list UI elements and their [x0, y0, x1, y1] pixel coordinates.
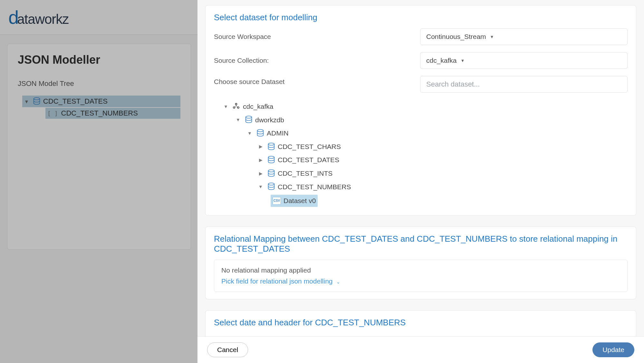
- source-workspace-row: Source Workspace Continuous_Stream ▼: [214, 28, 628, 45]
- modal-footer: Cancel Update: [197, 336, 644, 363]
- tree-db[interactable]: ▼ dworkzdb: [214, 113, 628, 127]
- svg-point-1: [235, 103, 237, 105]
- tree-table[interactable]: ▶ CDC_TEST_CHARS: [214, 140, 628, 154]
- select-dataset-card: Select dataset for modelling Source Work…: [205, 5, 636, 216]
- svg-point-8: [268, 170, 274, 172]
- database-icon: [267, 182, 276, 191]
- database-icon: [267, 155, 276, 164]
- tree-table[interactable]: ▶ CDC_TEST_DATES: [214, 153, 628, 167]
- cluster-icon: [232, 102, 240, 111]
- chevron-down-icon[interactable]: ▼: [258, 183, 264, 190]
- date-header-title: Select date and header for CDC_TEST_NUMB…: [214, 318, 628, 328]
- csv-icon: CSV: [273, 197, 281, 205]
- tree-dataset-leaf[interactable]: CSV Dataset v0: [214, 193, 628, 208]
- date-header-card: Select date and header for CDC_TEST_NUMB…: [205, 310, 636, 336]
- tree-table[interactable]: ▶ CDC_TEST_INTS: [214, 167, 628, 180]
- tree-schema-label: ADMIN: [267, 128, 289, 139]
- chevron-down-icon[interactable]: ▼: [223, 103, 229, 110]
- tree-root[interactable]: ▼ cdc_kafka: [214, 100, 628, 113]
- database-icon: [256, 129, 265, 138]
- svg-point-6: [268, 143, 274, 145]
- source-collection-row: Source Collection: cdc_kafka ▼: [214, 52, 628, 69]
- update-button[interactable]: Update: [592, 342, 634, 357]
- source-dataset-label: Choose source Dataset: [214, 76, 420, 86]
- chevron-right-icon[interactable]: ▶: [258, 170, 264, 177]
- source-workspace-label: Source Workspace: [214, 33, 420, 41]
- source-dataset-row: Choose source Dataset: [214, 76, 628, 93]
- dataset-tree: ▼ cdc_kafka ▼ dworkzdb ▼ ADMIN ▶: [214, 100, 628, 208]
- tree-dataset-label: Dataset v0: [284, 195, 316, 206]
- chevron-down-icon[interactable]: ▼: [247, 130, 253, 137]
- chevron-right-icon[interactable]: ▶: [258, 143, 264, 150]
- tree-table-label: CDC_TEST_DATES: [278, 154, 339, 165]
- source-collection-label: Source Collection:: [214, 57, 420, 64]
- database-icon: [244, 115, 253, 124]
- source-collection-select[interactable]: cdc_kafka ▼: [420, 52, 628, 69]
- source-workspace-value: Continuous_Stream: [426, 33, 486, 41]
- select-dataset-title: Select dataset for modelling: [214, 13, 628, 23]
- svg-point-9: [268, 183, 274, 185]
- tree-table-label: CDC_TEST_INTS: [278, 168, 332, 179]
- svg-point-5: [257, 129, 264, 132]
- tree-table-label: CDC_TEST_NUMBERS: [278, 182, 351, 192]
- relational-mapping-card: Relational Mapping between CDC_TEST_DATE…: [205, 227, 636, 299]
- svg-point-4: [246, 116, 252, 118]
- relational-mapping-empty: No relational mapping applied: [221, 266, 620, 274]
- source-collection-value: cdc_kafka: [426, 57, 457, 64]
- tree-schema[interactable]: ▼ ADMIN: [214, 126, 628, 140]
- chevron-down-icon: ▼: [461, 58, 465, 63]
- modal-panel: Select dataset for modelling Source Work…: [197, 0, 644, 363]
- svg-point-7: [268, 156, 274, 159]
- tree-db-label: dworkzdb: [255, 115, 284, 126]
- tree-root-label: cdc_kafka: [243, 101, 274, 112]
- source-workspace-select[interactable]: Continuous_Stream ▼: [420, 28, 628, 45]
- dataset-search-input[interactable]: [420, 76, 628, 93]
- tree-table-expanded[interactable]: ▼ CDC_TEST_NUMBERS: [214, 180, 628, 194]
- chevron-down-icon[interactable]: ▼: [235, 116, 241, 123]
- chevron-right-icon[interactable]: ▶: [258, 156, 264, 163]
- tree-table-label: CDC_TEST_CHARS: [278, 141, 341, 152]
- pick-field-link[interactable]: Pick field for relational json modelling…: [221, 277, 620, 285]
- database-icon: [267, 142, 276, 151]
- database-icon: [267, 169, 276, 178]
- relational-mapping-box: No relational mapping applied Pick field…: [214, 260, 628, 292]
- chevron-down-icon: ▼: [490, 34, 494, 39]
- cancel-button[interactable]: Cancel: [207, 342, 248, 357]
- pick-field-label: Pick field for relational json modelling: [221, 277, 333, 285]
- modal-body: Select dataset for modelling Source Work…: [197, 0, 644, 336]
- chevron-down-icon: ⌄: [336, 279, 340, 284]
- relational-mapping-title: Relational Mapping between CDC_TEST_DATE…: [214, 234, 628, 254]
